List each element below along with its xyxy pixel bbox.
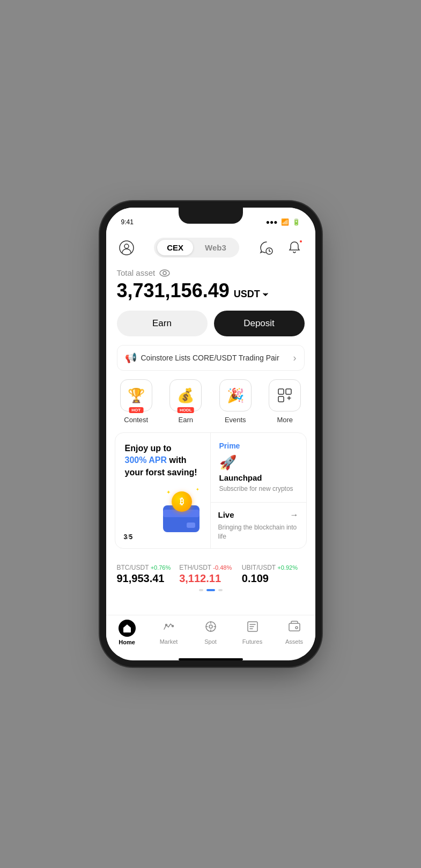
promo-headline-3: with [169, 455, 187, 465]
nav-futures[interactable]: Futures [232, 620, 274, 645]
mode-toggle[interactable]: CEX Web3 [154, 238, 239, 258]
more-label: More [277, 416, 293, 424]
promo-headline-4: your forst saving! [125, 468, 197, 477]
svg-point-11 [209, 625, 212, 628]
quick-item-earn[interactable]: 💰 HODL Earn [164, 379, 207, 424]
svg-point-3 [160, 270, 169, 276]
market-label: Market [160, 638, 178, 645]
profile-icon[interactable] [117, 238, 136, 258]
home-label: Home [119, 639, 135, 645]
more-icon [269, 379, 301, 411]
asset-amount: 3,731,156.49 [117, 279, 230, 302]
prime-label: Prime [219, 442, 298, 450]
assets-icon [288, 620, 301, 636]
quick-menu: 🏆 HOT Contest 💰 HODL Earn 🎉 Events [106, 379, 315, 432]
eth-pair: ETH/USDT -0.48% [179, 564, 242, 571]
nav-market[interactable]: Market [148, 620, 190, 645]
nav-spot[interactable]: Spot [190, 620, 232, 645]
contest-icon: 🏆 HOT [120, 379, 152, 411]
contest-label: Contest [124, 416, 148, 424]
asset-label: Total asset [117, 268, 156, 277]
launchpad-title: Launchpad [219, 473, 298, 482]
announcement-banner[interactable]: 📢 Coinstore Lists CORE/USDT Trading Pair… [117, 345, 305, 371]
ticker-eth[interactable]: ETH/USDT -0.48% 3,112.11 [179, 564, 242, 585]
ticker-indicator [117, 585, 305, 595]
svg-rect-5 [278, 389, 284, 394]
notification-badge [299, 239, 303, 244]
notification-icon[interactable] [285, 238, 304, 258]
nav-assets[interactable]: Assets [274, 620, 315, 645]
earn-label: Earn [179, 416, 193, 424]
live-subtitle: Bringing the blockchain into life [218, 523, 299, 541]
quick-item-more[interactable]: More [263, 379, 306, 424]
svg-rect-6 [286, 389, 291, 394]
wallet-illustration: ✦ ✦ ₿ [162, 489, 205, 532]
visibility-icon[interactable] [159, 269, 170, 277]
main-content: Total asset 3,731,156.49 USDT Earn Depos [106, 264, 315, 615]
spot-icon [204, 620, 217, 636]
quick-item-contest[interactable]: 🏆 HOT Contest [115, 379, 158, 424]
ticker-btc[interactable]: BTC/USDT +0.76% 91,953.41 [117, 564, 180, 585]
right-cards: Prime 🚀 Launchpad Subscribe for new cryp… [211, 433, 306, 548]
svg-point-4 [163, 271, 166, 275]
header: CEX Web3 [106, 231, 315, 264]
cex-tab[interactable]: CEX [157, 240, 193, 255]
svg-rect-13 [289, 623, 300, 631]
hodl-badge: HODL [178, 407, 194, 413]
assets-label: Assets [285, 638, 303, 645]
bottom-navigation: Home Market Spot [106, 615, 315, 656]
eth-change: -0.48% [213, 564, 232, 571]
dot-2 [206, 589, 215, 591]
ubit-pair: UBIT/USDT +0.92% [242, 564, 305, 571]
cards-grid: Enjoy up to 300% APR with your forst sav… [115, 432, 307, 549]
futures-label: Futures [242, 638, 262, 645]
announcement-text: Coinstore Lists CORE/USDT Trading Pair [141, 354, 279, 362]
ticker-section: BTC/USDT +0.76% 91,953.41 ETH/USDT -0.48… [106, 557, 315, 600]
home-indicator [179, 658, 243, 660]
svg-point-1 [124, 244, 129, 248]
promo-apr: 300% APR [125, 455, 167, 465]
btc-pair: BTC/USDT +0.76% [117, 564, 180, 571]
dot-1 [199, 589, 203, 591]
svg-point-0 [120, 241, 134, 255]
events-icon: 🎉 [219, 379, 252, 411]
currency-dropdown-icon [262, 291, 269, 298]
futures-icon [246, 620, 259, 636]
earn-button[interactable]: Earn [117, 311, 208, 336]
asset-section: Total asset 3,731,156.49 USDT [106, 264, 315, 311]
live-arrow: → [290, 510, 299, 520]
svg-rect-7 [278, 396, 284, 402]
announcement-chevron: › [293, 352, 297, 364]
events-label: Events [225, 416, 246, 424]
dot-3 [218, 589, 223, 591]
live-card[interactable]: Live → Bringing the blockchain into life [211, 503, 306, 549]
eth-price: 3,112.11 [179, 572, 242, 585]
action-buttons: Earn Deposit [106, 311, 315, 345]
spot-label: Spot [204, 638, 217, 645]
asset-currency[interactable]: USDT [234, 289, 269, 300]
card-pagination: 3/5 [124, 533, 133, 541]
ticker-ubit[interactable]: UBIT/USDT +0.92% 0.109 [242, 564, 305, 585]
hot-badge: HOT [129, 407, 143, 413]
support-icon[interactable] [257, 238, 276, 258]
home-icon [119, 620, 136, 637]
earn-icon: 💰 HODL [169, 379, 202, 411]
web3-tab[interactable]: Web3 [195, 240, 236, 255]
deposit-button[interactable]: Deposit [214, 311, 305, 336]
launchpad-card[interactable]: Prime 🚀 Launchpad Subscribe for new cryp… [211, 433, 306, 503]
ubit-change: +0.92% [277, 564, 298, 571]
launchpad-subtitle: Subscribe for new cryptos [219, 484, 298, 494]
market-icon [163, 620, 175, 636]
promo-headline-1: Enjoy up to [125, 444, 172, 453]
rocket-icon: 🚀 [219, 454, 298, 471]
nav-home[interactable]: Home [106, 620, 148, 645]
quick-item-events[interactable]: 🎉 Events [214, 379, 257, 424]
live-title: Live [218, 510, 234, 519]
earn-promo-card[interactable]: Enjoy up to 300% APR with your forst sav… [115, 433, 211, 548]
ubit-price: 0.109 [242, 572, 305, 585]
btc-price: 91,953.41 [117, 572, 180, 585]
btc-change: +0.76% [151, 564, 171, 571]
